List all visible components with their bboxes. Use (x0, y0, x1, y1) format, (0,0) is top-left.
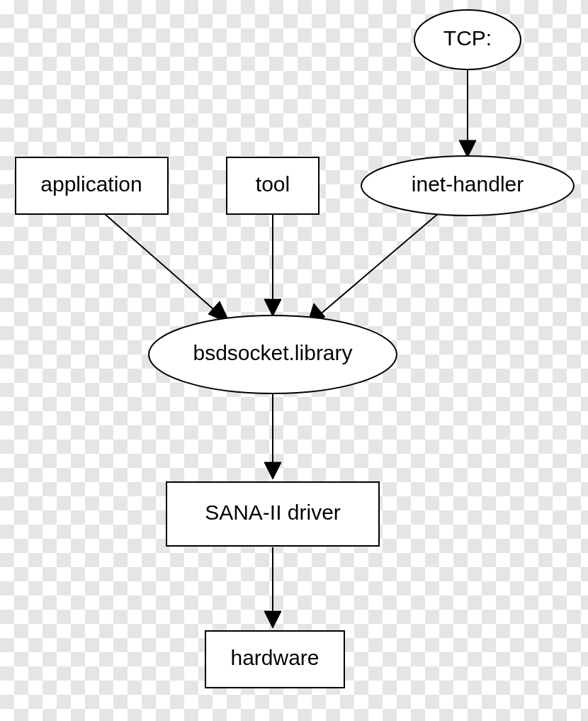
svg-line-2 (105, 214, 218, 313)
edge-tcp-to-inet (459, 68, 476, 157)
svg-marker-9 (264, 462, 281, 479)
node-sana: SANA-II driver (166, 482, 379, 546)
node-sana-label: SANA-II driver (205, 501, 341, 524)
edge-application-to-bsdsocket (105, 214, 230, 324)
node-application: application (16, 157, 168, 214)
edge-tool-to-bsdsocket (264, 214, 281, 316)
node-inet-label: inet-handler (412, 172, 524, 196)
node-tcp: TCP: (414, 10, 521, 69)
edge-bsdsocket-to-sana (264, 394, 281, 479)
node-tcp-label: TCP: (443, 26, 492, 50)
node-hardware-label: hardware (230, 646, 319, 669)
svg-marker-1 (459, 140, 476, 157)
edge-inet-to-bsdsocket (307, 213, 439, 326)
edge-sana-to-hardware (264, 547, 281, 628)
svg-marker-5 (264, 299, 281, 316)
flow-diagram: TCP: application tool inet-handler bsdso… (0, 0, 588, 721)
node-application-label: application (40, 172, 142, 196)
node-tool-label: tool (256, 172, 290, 196)
node-bsdsocket-label: bsdsocket.library (193, 341, 352, 364)
node-hardware: hardware (205, 631, 344, 688)
svg-line-6 (319, 213, 439, 315)
node-bsdsocket: bsdsocket.library (149, 315, 397, 393)
svg-marker-11 (264, 611, 281, 628)
node-tool: tool (227, 157, 319, 214)
node-inet-handler: inet-handler (361, 156, 574, 216)
